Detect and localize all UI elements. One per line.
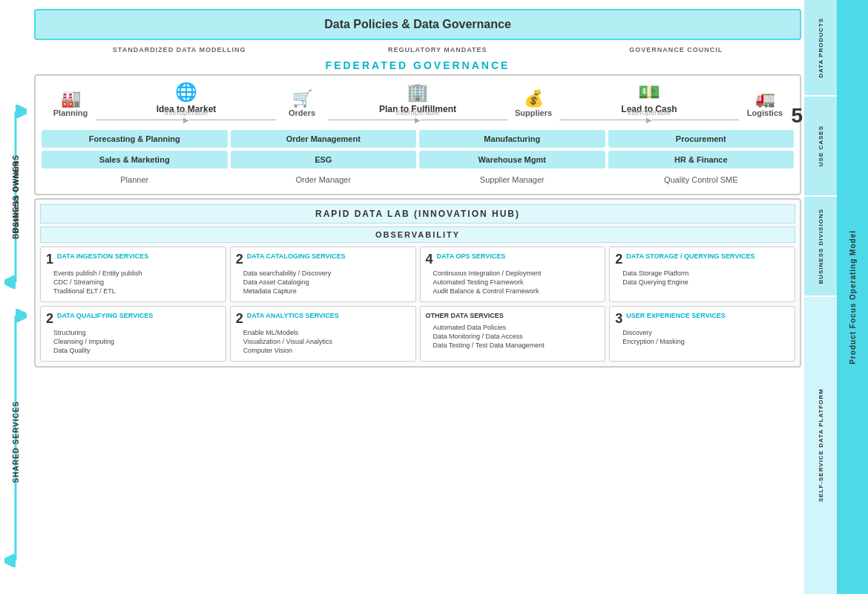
ingestion-title: DATA INGESTION SERVICES — [57, 252, 148, 261]
globe-icon: 🌐 — [175, 82, 197, 102]
process-flow: 🏭 Planning 🌐 Idea to Market Interoperabl… — [42, 82, 794, 124]
shared-services-text: Shared Services — [12, 401, 20, 483]
qualifying-items: Structuring Cleansing / Imputing Data Qu… — [46, 329, 220, 354]
use-case-forecasting: Forecasting & Planning — [42, 130, 228, 148]
ops-item-1: Continuous Integration / Deployment — [426, 270, 600, 277]
planning-label: Planning — [53, 108, 88, 117]
other-items: Automated Data Policies Data Monitoring … — [426, 324, 600, 349]
use-cases-row1: Forecasting & Planning Order Management … — [42, 130, 794, 148]
analytics-num: 2 — [236, 312, 243, 325]
cataloging-title: DATA CATALOGING SERVICES — [247, 252, 346, 261]
ops-num: 4 — [426, 252, 433, 266]
analytics-title: DATA ANALYTICS SERVICES — [247, 312, 339, 321]
idea-arrow: Interoperable ▶ — [96, 116, 276, 124]
standards-item-1: STANDARDIZED DATA MODELLING — [113, 46, 246, 53]
use-case-warehouse: Warehouse Mgmt — [419, 151, 605, 169]
storage-num: 2 — [615, 252, 622, 266]
cataloging-item-2: Data Asset Cataloging — [236, 278, 410, 286]
data-analytics-card: 2 DATA ANALYTICS SERVICES Enable ML/Mode… — [230, 306, 416, 362]
qualifying-item-3: Data Quality — [46, 347, 220, 354]
standards-item-2: REGULATORY MANDATES — [388, 46, 487, 53]
ux-item-1: Discovery — [615, 329, 789, 336]
cataloging-item-1: Data searchability / Discovery — [236, 270, 410, 277]
analytics-item-1: Enable ML/Models — [236, 329, 410, 336]
standards-row: STANDARDIZED DATA MODELLING REGULATORY M… — [34, 43, 801, 56]
ux-num: 3 — [615, 312, 622, 325]
business-owners-section: 🏭 Planning 🌐 Idea to Market Interoperabl… — [34, 74, 801, 195]
cataloging-item-3: Metadata Capture — [236, 287, 410, 295]
use-case-order-mgmt: Order Management — [231, 130, 417, 148]
use-case-sales: Sales & Marketing — [42, 151, 228, 169]
analytics-items: Enable ML/Models Visualization / Visual … — [236, 329, 410, 354]
orders-icon: 🛒 — [292, 89, 312, 108]
federated-label: FEDERATED GOVERNANCE — [34, 59, 801, 71]
storage-item-1: Data Storage Platform — [615, 270, 789, 277]
plan-to-fulfillment-bridge: 🏢 Plan to Fulfillment Interoperable ▶ — [328, 82, 507, 124]
ingestion-item-1: Events publish / Entity publish — [46, 270, 220, 277]
business-owners-text: Business Owners — [12, 154, 20, 239]
ops-title: DATA OPS SERVICES — [437, 252, 506, 261]
building-icon: 🏢 — [407, 82, 429, 102]
logistics-icon: 🚛 — [755, 89, 775, 108]
ingestion-num: 1 — [46, 252, 53, 266]
ux-title: USER EXPERIENCE SERVICES — [626, 312, 725, 321]
role-quality-control: Quality Control SME — [608, 172, 795, 188]
data-ops-card: 4 DATA OPS SERVICES Continuous Integrati… — [420, 247, 606, 302]
suppliers-icon: 💰 — [524, 89, 544, 108]
ux-items: Discovery Encryption / Masking — [615, 329, 789, 345]
analytics-item-3: Computer Vision — [236, 347, 410, 354]
services-grid: 1 DATA INGESTION SERVICES Events publish… — [40, 247, 795, 362]
role-planner: Planner — [42, 172, 228, 188]
plan-arrow: Interoperable ▶ — [328, 116, 507, 124]
standards-item-3: GOVERNANCE COUNCIL — [629, 46, 723, 53]
suppliers-node: 💰 Suppliers — [507, 89, 559, 117]
use-case-hr-finance: HR & Finance — [608, 151, 795, 169]
other-item-1: Automated Data Policies — [426, 324, 600, 331]
use-case-manufacturing: Manufacturing — [419, 130, 605, 148]
analytics-item-2: Visualization / Visual Analytics — [236, 338, 410, 345]
other-title: OTHER DATA SERVICES — [426, 312, 600, 319]
right-sub-labels: DATA PRODUCTS USE CASES BUSINESS DIVISIO… — [804, 0, 837, 594]
logistics-node: 🚛 Logistics — [739, 89, 791, 117]
qualifying-title: DATA QUALIFYING SERVICES — [57, 312, 153, 321]
interop-3: Interoperable — [628, 108, 671, 117]
orders-node: 🛒 Orders — [276, 89, 328, 117]
use-cases-row2: Sales & Marketing ESG Warehouse Mgmt HR … — [42, 151, 794, 169]
orders-label: Orders — [289, 108, 315, 117]
data-cataloging-card: 2 DATA CATALOGING SERVICES Data searchab… — [230, 247, 416, 302]
innovation-hub-bar: RAPID DATA LAB (INNOVATION HUB) — [40, 204, 795, 223]
planning-node: 🏭 Planning — [45, 89, 96, 117]
ops-item-3: Audit Balance & Control Framework — [426, 287, 600, 295]
ingestion-item-3: Traditional ELT / ETL — [46, 287, 220, 295]
lead-arrow: Interoperable ▶ — [559, 116, 739, 124]
cataloging-items: Data searchability / Discovery Data Asse… — [236, 270, 410, 295]
ux-item-2: Encryption / Masking — [615, 338, 789, 345]
shared-services-section: RAPID DATA LAB (INNOVATION HUB) OBSERVAB… — [34, 198, 801, 368]
cash-icon: 💵 — [638, 82, 660, 102]
ingestion-item-2: CDC / Streaming — [46, 278, 220, 286]
data-products-label: DATA PRODUCTS — [818, 18, 824, 78]
qualifying-num: 2 — [46, 312, 53, 325]
cataloging-num: 2 — [236, 252, 243, 266]
data-qualifying-card: 2 DATA QUALIFYING SERVICES Structuring C… — [40, 306, 226, 362]
interop-1: Interoperable — [165, 108, 208, 117]
user-experience-card: 3 USER EXPERIENCE SERVICES Discovery Enc… — [609, 306, 795, 362]
self-service-label: SELF-SERVICE DATA PLATFORM — [818, 388, 824, 502]
qualifying-item-1: Structuring — [46, 329, 220, 336]
role-order-manager: Order Manager — [231, 172, 417, 188]
ops-item-2: Automated Testing Framework — [426, 278, 600, 286]
ingestion-header: 1 DATA INGESTION SERVICES — [46, 252, 220, 266]
other-data-card: OTHER DATA SERVICES Automated Data Polic… — [420, 306, 606, 362]
other-item-3: Data Testing / Test Data Management — [426, 342, 600, 349]
governance-bar: Data Policies & Data Governance — [34, 9, 801, 40]
lead-to-cash-bridge: 💵 Lead to Cash Interoperable ▶ — [559, 82, 739, 124]
storage-items: Data Storage Platform Data Querying Engi… — [615, 270, 789, 286]
use-cases-label: USE CASES — [818, 125, 824, 166]
interop-2: Interoperable — [396, 108, 440, 117]
logistics-label: Logistics — [747, 108, 783, 117]
other-item-2: Data Monitoring / Data Access — [426, 333, 600, 340]
product-focus-bar: Product Focus Operating Model — [837, 0, 868, 594]
use-case-esg: ESG — [231, 151, 417, 169]
idea-to-market-bridge: 🌐 Idea to Market Interoperable ▶ — [96, 82, 276, 124]
ingestion-items: Events publish / Entity publish CDC / St… — [46, 270, 220, 295]
